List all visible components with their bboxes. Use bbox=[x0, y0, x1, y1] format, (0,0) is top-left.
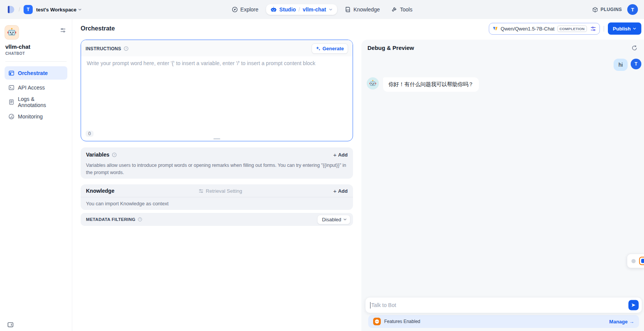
variables-description: Variables allow users to introduce promp… bbox=[86, 162, 348, 176]
features-label: Features Enabled bbox=[384, 319, 420, 324]
nav-label: Tools bbox=[400, 6, 412, 13]
help-icon[interactable]: ? bbox=[124, 46, 129, 51]
nav-separator: / bbox=[19, 6, 20, 13]
send-button[interactable] bbox=[628, 300, 639, 310]
workspace-switcher[interactable]: test's Workspace bbox=[36, 7, 82, 13]
nav-left: / T test's Workspace bbox=[6, 5, 82, 14]
manage-label: Manage bbox=[609, 319, 628, 325]
user-message-bubble: hi bbox=[614, 59, 628, 71]
resize-handle[interactable] bbox=[213, 138, 220, 139]
page-title: Orchestrate bbox=[81, 25, 115, 32]
metadata-filtering-row: METADATA FILTERING ? Disabled bbox=[81, 213, 353, 226]
top-nav: / T test's Workspace Explore Studio / vl… bbox=[0, 0, 644, 19]
sidebar-item-monitoring[interactable]: Monitoring bbox=[5, 110, 67, 123]
metadata-filtering-value: Disabled bbox=[322, 217, 341, 222]
help-icon[interactable]: ? bbox=[138, 217, 142, 222]
publish-label: Publish bbox=[613, 26, 631, 32]
sidebar-item-api-access[interactable]: API Access bbox=[5, 81, 67, 94]
instructions-panel: INSTRUCTIONS ? Generate Write your promp… bbox=[81, 40, 353, 141]
chat-input-placeholder: Talk to Bot bbox=[371, 302, 396, 308]
app-operations-icon[interactable] bbox=[60, 27, 66, 33]
knowledge-header: Knowledge Retrieval Setting + Add bbox=[81, 184, 353, 197]
nav-item-tools[interactable]: Tools bbox=[387, 4, 416, 15]
nav-item-knowledge[interactable]: Knowledge bbox=[341, 4, 383, 15]
chevron-down-icon bbox=[633, 27, 636, 30]
knowledge-title: Knowledge bbox=[86, 188, 114, 194]
user-chat-avatar: T bbox=[631, 59, 641, 69]
variables-header: Variables ? + Add bbox=[86, 152, 348, 158]
sidebar-item-label: Logs & Annotations bbox=[18, 96, 64, 108]
floating-widget bbox=[627, 254, 644, 268]
plugins-button[interactable]: PLUGINS bbox=[592, 7, 622, 13]
sidebar-collapse-icon[interactable] bbox=[7, 321, 14, 328]
instructions-header: INSTRUCTIONS ? Generate bbox=[81, 40, 353, 56]
app-type-badge: CHATBOT bbox=[5, 51, 67, 56]
sidebar-item-logs-annotations[interactable]: Logs & Annotations bbox=[5, 95, 67, 109]
nav-label-studio: Studio bbox=[279, 6, 296, 13]
sidebar-item-label: API Access bbox=[18, 85, 45, 91]
plus-icon: + bbox=[333, 188, 337, 194]
retrieval-setting-button[interactable]: Retrieval Setting bbox=[199, 188, 242, 194]
nav-label: Knowledge bbox=[353, 6, 380, 13]
nav-item-explore[interactable]: Explore bbox=[228, 4, 262, 15]
package-icon bbox=[592, 7, 598, 13]
retrieval-setting-label: Retrieval Setting bbox=[206, 188, 242, 194]
sidebar-item-orchestrate[interactable]: Orchestrate bbox=[5, 66, 67, 80]
manage-features-link[interactable]: Manage → bbox=[609, 319, 634, 325]
bot-chat-avatar bbox=[367, 77, 379, 90]
workspace-avatar[interactable]: T bbox=[24, 5, 33, 14]
window-grid-icon bbox=[8, 70, 14, 76]
chevron-down-icon[interactable] bbox=[329, 8, 332, 11]
metadata-filtering-title: METADATA FILTERING bbox=[86, 217, 135, 222]
app-icon[interactable] bbox=[5, 25, 19, 40]
instructions-title: INSTRUCTIONS bbox=[86, 46, 121, 51]
chat-message-assistant: 你好！有什么问题我可以帮助你吗？ bbox=[361, 71, 644, 92]
debug-header: Debug & Preview bbox=[361, 40, 644, 55]
vllm-model-icon bbox=[493, 26, 498, 31]
help-icon[interactable]: ? bbox=[112, 152, 117, 157]
add-variable-button[interactable]: + Add bbox=[333, 152, 348, 158]
nav-label: Explore bbox=[240, 6, 258, 13]
app-sidebar: vllm-chat CHATBOT Orchestrate API Access… bbox=[0, 19, 72, 331]
svg-text:?: ? bbox=[125, 47, 127, 50]
svg-text:?: ? bbox=[113, 153, 115, 156]
knowledge-description: You can import Knowledge as context bbox=[81, 197, 353, 210]
divider bbox=[5, 61, 67, 62]
arrow-right-icon: → bbox=[629, 319, 634, 325]
debug-title: Debug & Preview bbox=[367, 45, 414, 51]
knowledge-panel: Knowledge Retrieval Setting + Add You ca… bbox=[81, 184, 353, 210]
metadata-filtering-select[interactable]: Disabled bbox=[317, 215, 350, 224]
user-avatar[interactable]: T bbox=[627, 4, 638, 15]
prompt-editor[interactable]: Write your prompt word here, enter '{' t… bbox=[81, 56, 353, 121]
restart-conversation-icon[interactable] bbox=[631, 45, 638, 51]
add-label: Add bbox=[338, 188, 348, 194]
workspace-name: test's Workspace bbox=[36, 7, 76, 13]
add-knowledge-button[interactable]: + Add bbox=[333, 188, 348, 194]
chat-input[interactable]: Talk to Bot bbox=[365, 297, 642, 313]
publish-button[interactable]: Publish bbox=[608, 22, 641, 35]
nav-label-current-app: vllm-chat bbox=[303, 6, 326, 13]
model-params-icon[interactable] bbox=[590, 26, 596, 32]
explore-icon bbox=[232, 6, 238, 13]
nav-item-studio-active[interactable]: Studio / vllm-chat bbox=[266, 4, 337, 15]
sidebar-item-label: Orchestrate bbox=[18, 70, 48, 76]
model-selector[interactable]: Qwen/Qwen1.5-7B-Chat COMPLETION bbox=[489, 23, 600, 35]
plus-icon: + bbox=[333, 152, 337, 158]
dify-logo[interactable] bbox=[6, 5, 15, 14]
generate-button[interactable]: Generate bbox=[312, 43, 348, 54]
char-count: 0 bbox=[86, 131, 94, 137]
robot-icon bbox=[270, 6, 277, 13]
gauge-icon bbox=[8, 114, 14, 120]
drag-dot[interactable] bbox=[631, 259, 636, 263]
variables-title: Variables bbox=[86, 152, 110, 158]
features-bar: Features Enabled Manage → bbox=[368, 315, 639, 328]
sliders-icon bbox=[199, 189, 204, 193]
nav-separator: / bbox=[299, 6, 300, 13]
bot-message-bubble: 你好！有什么问题我可以帮助你吗？ bbox=[383, 77, 479, 92]
divider bbox=[604, 26, 604, 32]
dify-mini-icon[interactable] bbox=[639, 257, 644, 265]
hammer-icon bbox=[391, 6, 397, 13]
book-icon bbox=[345, 6, 351, 13]
chat-message-user: hi T bbox=[361, 55, 644, 71]
sidebar-item-label: Monitoring bbox=[18, 114, 43, 120]
